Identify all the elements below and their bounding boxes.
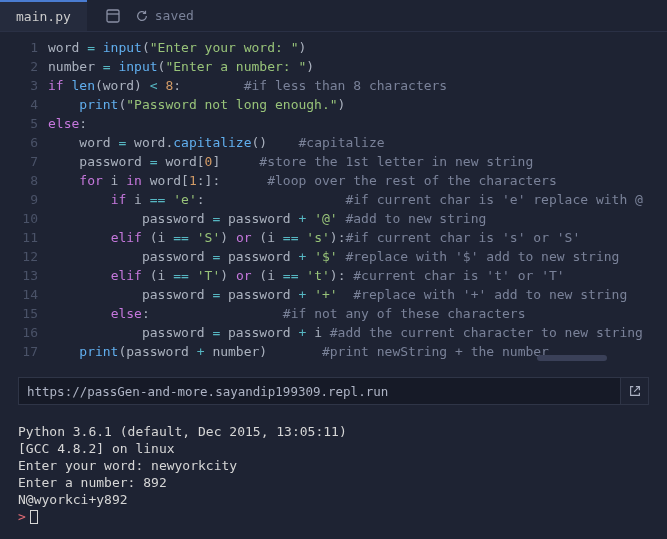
line-number: 1 [0,38,38,57]
code-line: if len(word) < 8: #if less than 8 charac… [48,76,667,95]
line-number: 12 [0,247,38,266]
code-line: elif (i == 'T') or (i == 't'): #current … [48,266,667,285]
code-editor[interactable]: 123456789101112131415161718 word = input… [0,32,667,365]
code-line: password = password + '$' #replace with … [48,247,667,266]
prompt-char: > [18,508,26,525]
console-prompt[interactable]: > [18,508,649,525]
svg-rect-0 [107,10,119,22]
tab-bar: main.py saved [0,0,667,32]
saved-label-text: saved [155,8,194,23]
code-line: print("Password not long enough.") [48,95,667,114]
code-line: elif (i == 'S') or (i == 's'):#if curren… [48,228,667,247]
line-number: 8 [0,171,38,190]
line-number: 10 [0,209,38,228]
code-line: word = input("Enter your word: ") [48,38,667,57]
line-number: 11 [0,228,38,247]
console-line: Enter your word: newyorkcity [18,457,649,474]
cursor [30,510,38,524]
line-number: 3 [0,76,38,95]
tab-filename: main.py [16,9,71,24]
line-number: 17 [0,342,38,361]
line-number: 16 [0,323,38,342]
console-output[interactable]: Python 3.6.1 (default, Dec 2015, 13:05:1… [0,413,667,539]
tab-actions: saved [87,8,194,24]
code-line [48,361,667,365]
code-line: password = password + i #add the current… [48,323,667,342]
code-line: password = password + '+' #replace with … [48,285,667,304]
code-line: number = input("Enter a number: ") [48,57,667,76]
line-number: 9 [0,190,38,209]
code-line: for i in word[1:]: #loop over the rest o… [48,171,667,190]
code-line: password = password + '@' #add to new st… [48,209,667,228]
console-line: Python 3.6.1 (default, Dec 2015, 13:05:1… [18,423,649,440]
code-line: password = word[0] #store the 1st letter… [48,152,667,171]
tab-main-py[interactable]: main.py [0,0,87,31]
line-number: 4 [0,95,38,114]
line-number: 14 [0,285,38,304]
line-gutter: 123456789101112131415161718 [0,32,48,365]
line-number: 15 [0,304,38,323]
code-line: word = word.capitalize() #capitalize [48,133,667,152]
open-external-icon[interactable] [621,377,649,405]
code-line: if i == 'e': #if current char is 'e' rep… [48,190,667,209]
code-line: else: #if not any of these characters [48,304,667,323]
console-line: [GCC 4.8.2] on linux [18,440,649,457]
repl-url-input[interactable] [18,377,621,405]
line-number: 7 [0,152,38,171]
line-number: 6 [0,133,38,152]
console-line: Enter a number: 892 [18,474,649,491]
refresh-icon [135,9,149,23]
line-number: 2 [0,57,38,76]
line-number: 13 [0,266,38,285]
layout-icon[interactable] [105,8,121,24]
code-area[interactable]: word = input("Enter your word: ")number … [48,32,667,365]
url-bar [18,377,649,405]
line-number: 18 [0,361,38,365]
console-line: N@wyorkci+y892 [18,491,649,508]
saved-status: saved [135,8,194,23]
line-number: 5 [0,114,38,133]
code-line: else: [48,114,667,133]
horizontal-scrollbar[interactable] [537,355,607,361]
